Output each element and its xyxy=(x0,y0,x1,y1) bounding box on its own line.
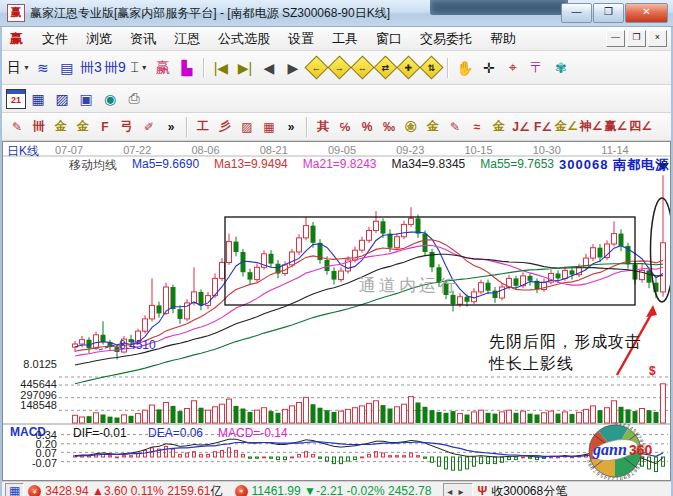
mdi-restore-button[interactable]: ❐ xyxy=(627,30,646,47)
expand-h-diamond-button[interactable]: ↔ xyxy=(350,55,374,79)
print-icon[interactable]: ⎙ xyxy=(123,88,145,110)
menu-item-window[interactable]: 窗口 xyxy=(367,29,411,48)
spiral-fence-icon[interactable]: 弓 xyxy=(117,117,137,137)
hand-pan-icon[interactable]: ✋ xyxy=(454,57,476,79)
ma-header: 移动均线 Ma5=9.6690Ma13=9.9494Ma21=9.8243Ma3… xyxy=(69,157,554,174)
gold-line-icon[interactable]: 金 xyxy=(423,117,443,137)
save-icon[interactable]: ▣ xyxy=(75,88,97,110)
cycle3-chart-icon[interactable]: 卌3 xyxy=(80,57,102,79)
expand-v-diamond-button[interactable]: ⇅ xyxy=(419,55,443,79)
maximize-button[interactable]: ❐ xyxy=(593,3,624,23)
pen-fence-icon[interactable]: ✐ xyxy=(139,117,159,137)
menu-item-tools[interactable]: 工具 xyxy=(323,29,367,48)
shenzhen-index-icon[interactable]: ✶ xyxy=(235,485,248,496)
calendar-icon[interactable]: 21 xyxy=(6,89,26,109)
f-fence-icon[interactable]: F xyxy=(95,117,115,137)
fan-lines-icon[interactable]: 彡 xyxy=(215,117,235,137)
pen-tool-icon[interactable]: ✎ xyxy=(7,117,27,137)
gold-fence2-icon[interactable]: 金 xyxy=(73,117,93,137)
toolbar-separator xyxy=(306,117,308,137)
menu-item-news[interactable]: 资讯 xyxy=(121,29,165,48)
chart-area[interactable]: 日K线 07-0707-2208-0608-2109-0509-2310-151… xyxy=(2,141,671,481)
menu-item-settings[interactable]: 设置 xyxy=(279,29,323,48)
svg-text:gann: gann xyxy=(592,441,627,459)
stock-label: 300068 南都电源 xyxy=(559,156,669,174)
toolbar-separator xyxy=(447,58,449,78)
mdi-close-button[interactable]: × xyxy=(648,30,667,47)
more-tools-chevron[interactable]: » xyxy=(161,117,181,137)
percent-icon[interactable]: % xyxy=(357,117,377,137)
color-bars-icon[interactable]: ▙ xyxy=(176,57,198,79)
network-icon[interactable]: ◉ xyxy=(99,88,121,110)
more-fans-chevron[interactable]: » xyxy=(281,117,301,137)
ma-value-2: Ma21=9.8243 xyxy=(303,157,377,174)
cycle9-chart-icon[interactable]: 卌9 xyxy=(104,57,126,79)
angle-win-icon[interactable]: 赢∠ xyxy=(605,117,628,137)
menu-item-help[interactable]: 帮助 xyxy=(481,29,525,48)
quote-scroll-control[interactable]: ◂▸ xyxy=(443,483,473,496)
mdi-minimize-button[interactable]: — xyxy=(606,30,625,47)
qi-tool-icon[interactable]: 其 xyxy=(313,117,333,137)
calculator-icon[interactable]: ▦ xyxy=(27,88,49,110)
menu-item-trade-entrust[interactable]: 交易委托 xyxy=(411,29,481,48)
shift-left-diamond-button[interactable]: ← xyxy=(304,55,328,79)
menu-item-gann[interactable]: 江恩 xyxy=(165,29,209,48)
menu-item-formula-stock-pick[interactable]: 公式选股 xyxy=(209,29,279,48)
stock-code: 300068 xyxy=(559,157,608,172)
ma-value-0: Ma5=9.6690 xyxy=(132,157,199,174)
angle-shen-icon[interactable]: 神∠ xyxy=(580,117,603,137)
scroll-right-icon[interactable]: ▸ xyxy=(458,486,469,496)
pane-period-label: 日K线 xyxy=(7,143,39,160)
flag-pen-icon[interactable]: ✎ xyxy=(445,117,465,137)
gold-line2-icon[interactable]: 金 xyxy=(489,117,509,137)
date-tick: 10-15 xyxy=(464,144,492,156)
trend-wave-icon[interactable]: ≋ xyxy=(32,57,54,79)
period-day-button[interactable]: 日▼ xyxy=(7,57,30,79)
f10-info-icon[interactable]: ▤ xyxy=(56,57,78,79)
compress-h-diamond-button[interactable]: ⇄ xyxy=(373,55,397,79)
shanghai-index-icon[interactable]: ¥ xyxy=(28,485,41,496)
date-tick: 07-07 xyxy=(55,144,83,156)
menu-item-browse[interactable]: 浏览 xyxy=(77,29,121,48)
ma-title: 移动均线 xyxy=(69,157,117,174)
angle-gold-icon[interactable]: 金∠ xyxy=(555,117,578,137)
last-bar-button[interactable]: ▶| xyxy=(234,57,256,79)
fan-grid-icon[interactable]: ▦ xyxy=(259,117,279,137)
title-bar[interactable]: 赢 赢家江恩专业版[赢家内部服务平台] - [南都电源 SZ300068-90日… xyxy=(0,0,673,27)
prev-bar-button[interactable]: ◀ xyxy=(258,57,280,79)
gann-fence-icon[interactable]: 卌 xyxy=(29,117,49,137)
next-bar-button[interactable]: ▶ xyxy=(282,57,304,79)
menu-bar: 赢 文件浏览资讯江恩公式选股设置工具窗口交易委托帮助 —❐× xyxy=(2,27,671,51)
permille-icon[interactable]: ‰ xyxy=(379,117,399,137)
minimize-button[interactable]: — xyxy=(561,3,592,23)
candle-style-button[interactable]: ⌶▼ xyxy=(128,57,150,79)
menu-item-file[interactable]: 文件 xyxy=(33,29,77,48)
quote-table-button[interactable]: ▦ xyxy=(5,483,24,496)
gold-fence-icon[interactable]: 金 xyxy=(51,117,71,137)
scroll-left-icon[interactable]: ◂ xyxy=(447,486,458,496)
expand-all-diamond-button[interactable]: ✚ xyxy=(396,55,420,79)
percent-line-icon[interactable]: ℅ xyxy=(335,117,355,137)
angle-four-icon[interactable]: 四∠ xyxy=(629,117,652,137)
close-button[interactable]: ✕ xyxy=(625,3,668,23)
note-line1: 先阴后阳，形成攻击 xyxy=(489,332,642,353)
angle-j-icon[interactable]: J∠ xyxy=(511,117,531,137)
first-bar-button[interactable]: |◀ xyxy=(210,57,232,79)
toolbar-main: 日▼≋▤卌3卌9⌶▼赢▙|◀▶|◀▶←→↔⇄✚⇅✋✛⌖〒✾ xyxy=(2,51,671,85)
box-tool-icon[interactable]: 工 xyxy=(193,117,213,137)
shift-right-diamond-button[interactable]: → xyxy=(327,55,351,79)
wave-abc-icon[interactable]: ≈ xyxy=(467,117,487,137)
stock-name: 南都电源 xyxy=(613,157,669,172)
fan-box-icon[interactable]: ▨ xyxy=(237,117,257,137)
notepad-icon[interactable]: ▨ xyxy=(51,88,73,110)
smart-analysis-icon[interactable]: ✾ xyxy=(550,57,572,79)
gann-win-icon[interactable]: 赢 xyxy=(152,57,174,79)
signal-icon: Ψ xyxy=(477,484,487,496)
toolbar-drawing: ✎卌金金F弓✐»工彡▨▦»其℅%‰㊎金✎≈金J∠F∠金∠神∠赢∠四∠ xyxy=(2,113,671,141)
angle-f-icon[interactable]: F∠ xyxy=(533,117,553,137)
gold-circle-icon[interactable]: ㊎ xyxy=(401,117,421,137)
status-bar: ▦ ¥ 3428.94 ▲3.60 0.11% 2159.61亿 ✶ 11461… xyxy=(2,481,671,496)
crosshair-icon[interactable]: ✛ xyxy=(478,57,500,79)
zoom-pointer-icon[interactable]: ⌖ xyxy=(502,57,524,79)
mark-tool-icon[interactable]: 〒 xyxy=(526,57,548,79)
